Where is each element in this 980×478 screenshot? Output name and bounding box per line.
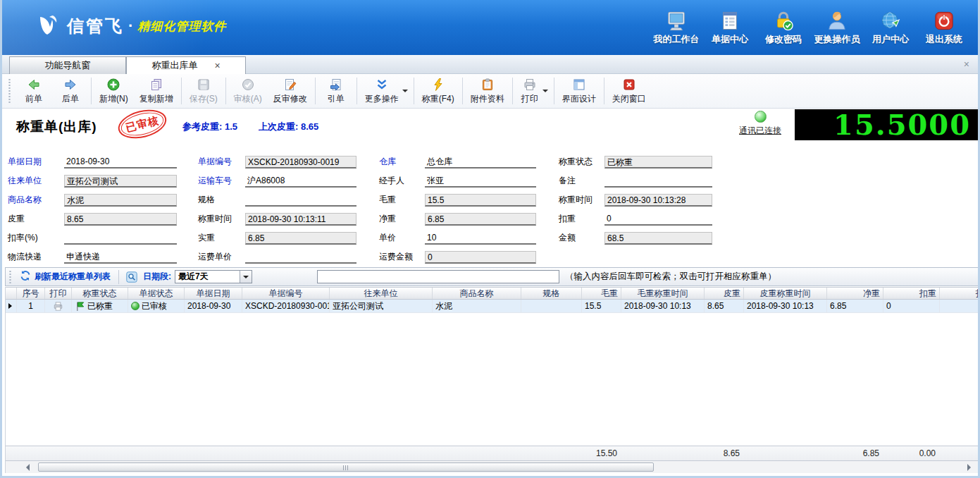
col-header-doc_no[interactable]: 单据编号 bbox=[242, 288, 330, 299]
search-input[interactable] bbox=[317, 270, 559, 283]
form-row: 单据编号XSCKD-20180930-0019 bbox=[198, 152, 356, 171]
col-header-net[interactable]: 净重 bbox=[827, 288, 883, 299]
field-weigh_status[interactable]: 已称重 bbox=[604, 156, 712, 168]
toolbar-grip[interactable] bbox=[8, 78, 11, 104]
scroll-left-icon[interactable] bbox=[23, 464, 30, 471]
cell-spec[interactable] bbox=[521, 300, 582, 312]
field-freight_price[interactable] bbox=[245, 251, 356, 264]
cell-deduct[interactable]: 0 bbox=[883, 300, 940, 312]
field-logistics[interactable]: 申通快递 bbox=[64, 251, 177, 264]
toolbar-add[interactable]: 新增(N) bbox=[94, 76, 134, 106]
col-header-tare_time[interactable]: 皮重称重时间 bbox=[744, 288, 827, 299]
cell-tare[interactable]: 8.65 bbox=[705, 300, 744, 312]
toolbar-weigh[interactable]: 称重(F4) bbox=[416, 76, 460, 106]
nav-exit[interactable]: 退出系统 bbox=[917, 8, 971, 46]
col-header-spec[interactable]: 规格 bbox=[521, 288, 582, 299]
period-dropdown-button[interactable] bbox=[240, 271, 252, 283]
cell-tare_time[interactable]: 2018-09-30 10:13 bbox=[744, 300, 827, 312]
field-product[interactable]: 水泥 bbox=[64, 194, 177, 207]
cell-gross[interactable]: 15.5 bbox=[582, 300, 621, 312]
field-label-doc_no: 单据编号 bbox=[198, 156, 245, 168]
tab-strip: 功能导航窗 称重出库单 × × bbox=[2, 55, 978, 74]
nav-workstation[interactable]: 我的工作台 bbox=[650, 8, 703, 46]
next-icon bbox=[63, 78, 77, 92]
field-deduct_rate[interactable] bbox=[64, 232, 177, 245]
field-net_weight[interactable]: 6.85 bbox=[425, 213, 536, 226]
nav-switch-operator[interactable]: 更换操作员 bbox=[810, 8, 864, 46]
field-tare_weigh_time[interactable]: 2018-09-30 10:13:28 bbox=[604, 194, 712, 207]
printer-icon[interactable] bbox=[53, 301, 63, 312]
field-truck_no[interactable]: 沪A86008 bbox=[245, 175, 356, 188]
horizontal-scrollbar[interactable] bbox=[6, 461, 979, 473]
col-header-deduct[interactable]: 扣重 bbox=[883, 288, 940, 299]
col-header-print[interactable]: 打印 bbox=[45, 288, 72, 299]
field-deduct_weight[interactable]: 0 bbox=[604, 213, 712, 226]
toolbar-copy[interactable]: 复制新增 bbox=[134, 76, 179, 106]
cell-gross_time[interactable]: 2018-09-30 10:13 bbox=[621, 300, 705, 312]
period-select[interactable]: 最近7天 bbox=[175, 270, 252, 283]
cell-marker[interactable] bbox=[6, 300, 17, 312]
col-header-doc_date[interactable]: 单据日期 bbox=[185, 288, 242, 299]
toolbar-attachment[interactable]: 附件资料 bbox=[465, 76, 510, 106]
field-partner[interactable]: 亚拓公司测试 bbox=[64, 175, 177, 188]
field-gross_weigh_time[interactable]: 2018-09-30 10:13:11 bbox=[245, 213, 356, 226]
save-icon bbox=[197, 78, 211, 92]
cell-product[interactable]: 水泥 bbox=[433, 300, 521, 312]
cell-doc_no[interactable]: XSCKD-20180930-0019 bbox=[242, 300, 330, 312]
toolbar-prev[interactable]: 前单 bbox=[15, 76, 52, 106]
field-amount[interactable]: 68.5 bbox=[604, 232, 712, 245]
filterbar-grip[interactable] bbox=[8, 270, 12, 283]
col-header-partner[interactable]: 往来单位 bbox=[330, 288, 433, 299]
cell-weigh_status[interactable]: 已称重 bbox=[72, 300, 128, 312]
cell-print[interactable] bbox=[45, 300, 72, 312]
cell-rate[interactable] bbox=[940, 300, 979, 312]
toolbar-label: 保存(S) bbox=[190, 93, 218, 105]
col-header-weigh_status[interactable]: 称重状态 bbox=[72, 288, 128, 299]
field-doc_no[interactable]: XSCKD-20180930-0019 bbox=[245, 156, 356, 168]
field-label-spec: 规格 bbox=[198, 194, 245, 206]
field-doc_date[interactable]: 2018-09-30 bbox=[64, 156, 177, 168]
toolbar-pull[interactable]: 引单 bbox=[318, 76, 354, 106]
field-handler[interactable]: 张亚 bbox=[425, 175, 536, 188]
col-header-gross[interactable]: 毛重 bbox=[582, 288, 621, 299]
toolbar-next[interactable]: 后单 bbox=[52, 76, 89, 106]
col-header-doc_status[interactable]: 单据状态 bbox=[128, 288, 185, 299]
toolbar-more[interactable]: 更多操作 bbox=[359, 76, 411, 106]
logo-text: 信管飞 bbox=[67, 15, 124, 37]
toolbar-print[interactable]: 打印 bbox=[515, 76, 552, 106]
field-actual_weight[interactable]: 6.85 bbox=[245, 232, 356, 245]
toolbar-unaudit[interactable]: 反审修改 bbox=[268, 76, 313, 106]
cell-seq[interactable]: 1 bbox=[17, 300, 45, 312]
field-warehouse[interactable]: 总仓库 bbox=[425, 156, 536, 168]
toolbar-closewin[interactable]: 关闭窗口 bbox=[607, 76, 652, 106]
design-icon bbox=[572, 78, 586, 92]
col-header-rate[interactable]: 扣率 bbox=[940, 288, 979, 299]
tab-function-nav[interactable]: 功能导航窗 bbox=[9, 56, 126, 74]
cell-doc_date[interactable]: 2018-09-30 bbox=[185, 300, 242, 312]
refresh-list-button[interactable]: 刷新最近称重单列表 bbox=[15, 270, 116, 283]
field-spec[interactable] bbox=[245, 194, 356, 207]
cell-partner[interactable]: 亚拓公司测试 bbox=[330, 300, 433, 312]
tab-close-icon[interactable]: × bbox=[214, 61, 220, 71]
cell-doc_status[interactable]: 已审核 bbox=[128, 300, 185, 312]
nav-change-password[interactable]: 修改密码 bbox=[757, 8, 810, 46]
field-gross_weight[interactable]: 15.5 bbox=[425, 194, 536, 207]
tabstrip-close-icon[interactable]: × bbox=[964, 59, 969, 70]
col-header-tare[interactable]: 皮重 bbox=[705, 288, 744, 299]
field-unit_price[interactable]: 10 bbox=[425, 232, 536, 245]
scrollbar-thumb[interactable] bbox=[38, 462, 654, 472]
nav-document-center[interactable]: 单据中心 bbox=[703, 8, 757, 46]
table-row[interactable]: 1已称重已审核2018-09-30XSCKD-20180930-0019亚拓公司… bbox=[6, 300, 979, 313]
field-remark[interactable] bbox=[604, 175, 712, 188]
scroll-right-icon[interactable] bbox=[967, 464, 974, 471]
col-header-marker[interactable] bbox=[6, 288, 17, 299]
field-tare[interactable]: 8.65 bbox=[64, 213, 177, 226]
cell-net[interactable]: 6.85 bbox=[827, 300, 883, 312]
nav-user-center[interactable]: 用户中心 bbox=[864, 8, 917, 46]
col-header-seq[interactable]: 序号 bbox=[17, 288, 45, 299]
tab-weighing-outbound[interactable]: 称重出库单 × bbox=[126, 56, 246, 74]
field-freight_amount[interactable]: 0 bbox=[425, 251, 536, 264]
col-header-product[interactable]: 商品名称 bbox=[433, 288, 521, 299]
toolbar-design[interactable]: 界面设计 bbox=[557, 76, 602, 106]
col-header-gross_time[interactable]: 毛重称重时间 bbox=[621, 288, 705, 299]
